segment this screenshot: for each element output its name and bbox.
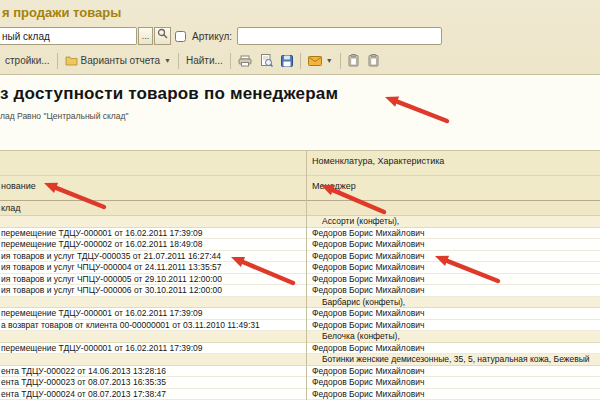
manager-cell: Федоров Борис Михайлович <box>312 228 424 239</box>
search-icon <box>157 28 168 39</box>
data-table: Номенклатура, Характеристика нование Мен… <box>0 150 600 400</box>
toolbar-separator <box>178 53 179 69</box>
window-chrome: я продажи товары ... Артикул: стройки...… <box>0 0 600 75</box>
document-cell: ента ТДЦУ-000022 от 14.06.2013 13:28:16 <box>1 366 166 377</box>
clipboard-icon <box>348 54 360 67</box>
artikul-checkbox[interactable] <box>175 31 186 42</box>
manager-header-cell[interactable]: Менеджер <box>312 181 356 191</box>
artikul-label: Артикул: <box>192 31 232 42</box>
table-row[interactable]: ента ТДЦУ-000022 от 14.06.2013 13:28:16Ф… <box>0 366 600 378</box>
table-row[interactable]: ия товаров и услуг ЧПЦУ-000004 от 24.11.… <box>0 262 600 274</box>
document-cell: ента ТДЦУ-000024 от 08.07.2013 17:38:47 <box>1 389 166 400</box>
table-row[interactable]: а возврат товаров от клиента 00-00000001… <box>0 320 600 332</box>
mail-icon <box>308 56 322 66</box>
nomenclature-cell: Ботинки женские демисезонные, 35, 5, нат… <box>322 354 590 365</box>
clipboard-button-1[interactable] <box>344 52 364 69</box>
manager-cell: Федоров Борис Михайлович <box>312 343 424 354</box>
nomenclature-cell: Барбарис (конфеты), <box>322 297 405 308</box>
nomenclature-group-row[interactable]: Белочка (конфеты), <box>0 331 600 343</box>
artikul-input[interactable] <box>237 27 442 45</box>
report-variants-button[interactable]: Варианты отчета ▼ <box>61 53 175 68</box>
nomenclature-group-row[interactable]: Ассорти (конфеты), <box>0 216 600 228</box>
warehouse-group-row[interactable]: клад <box>0 201 600 216</box>
table-row[interactable]: ия товаров и услуг ЧПЦУ-000005 от 29.10.… <box>0 274 600 286</box>
document-cell: ия товаров и услуг ЧПЦУ-000006 от 30.10.… <box>1 285 222 296</box>
table-row[interactable]: перемещение ТДЦУ-000001 от 16.02.2011 17… <box>0 308 600 320</box>
nomenclature-cell: Белочка (конфеты), <box>322 331 400 342</box>
document-cell: ия товаров и услуг ТДЦУ-000035 от 21.07.… <box>1 251 221 262</box>
nomenclature-group-row[interactable]: Ботинки женские демисезонные, 35, 5, нат… <box>0 354 600 366</box>
document-cell: ия товаров и услуг ЧПЦУ-000004 от 24.11.… <box>1 262 221 273</box>
clipboard-icon <box>368 54 380 67</box>
folder-icon <box>65 55 78 66</box>
report-filter-line: лад Равно "Центральный склад" <box>0 111 129 121</box>
manager-cell: Федоров Борис Михайлович <box>312 274 424 285</box>
manager-cell: Федоров Борис Михайлович <box>312 285 424 296</box>
document-cell: а возврат товаров от клиента 00-00000001… <box>1 320 260 331</box>
document-cell: перемещение ТДЦУ-000001 от 16.02.2011 17… <box>1 308 203 319</box>
manager-cell: Федоров Борис Михайлович <box>312 239 424 250</box>
nomenclature-header-cell[interactable]: Номенклатура, Характеристика <box>312 156 444 166</box>
chevron-down-icon: ▼ <box>326 57 333 64</box>
document-cell: перемещение ТДЦУ-000001 от 16.02.2011 17… <box>1 343 203 354</box>
manager-cell: Федоров Борис Михайлович <box>312 251 424 262</box>
mail-button[interactable]: ▼ <box>304 54 337 68</box>
preview-button[interactable] <box>256 52 277 69</box>
table-row[interactable]: ия товаров и услуг ЧПЦУ-000006 от 30.10.… <box>0 285 600 297</box>
toolbar-separator <box>57 53 58 69</box>
name-header-cell[interactable]: нование <box>1 181 36 191</box>
column-divider <box>306 151 307 400</box>
header-row-2: нование Менеджер <box>0 176 600 201</box>
combo-search-button[interactable] <box>154 27 171 45</box>
toolbar-separator <box>340 53 341 69</box>
printer-icon <box>238 55 252 67</box>
annotation-arrow <box>385 97 447 121</box>
window-title: я продажи товары <box>2 5 121 20</box>
table-row[interactable]: перемещение ТДЦУ-000001 от 16.02.2011 17… <box>0 343 600 355</box>
report-toolbar: стройки... Варианты отчета ▼ Найти... <box>1 50 384 71</box>
document-cell: ия товаров и услуг ЧПЦУ-000005 от 29.10.… <box>1 274 222 285</box>
toolbar-separator <box>230 53 231 69</box>
manager-cell: Федоров Борис Михайлович <box>312 308 424 319</box>
report-title: з доступности товаров по менеджерам <box>0 84 338 104</box>
table-row[interactable]: перемещение ТДЦУ-000002 от 16.02.2011 18… <box>0 239 600 251</box>
document-cell: перемещение ТДЦУ-000002 от 16.02.2011 18… <box>1 239 203 250</box>
chevron-down-icon: ▼ <box>164 57 171 64</box>
print-button[interactable] <box>234 53 256 69</box>
find-button[interactable]: Найти... <box>182 53 227 68</box>
manager-cell: Федоров Борис Михайлович <box>312 389 424 400</box>
clipboard-button-2[interactable] <box>364 52 384 69</box>
nomenclature-cell: Ассорти (конфеты), <box>322 216 399 227</box>
manager-cell: Федоров Борис Михайлович <box>312 320 424 331</box>
manager-cell: Федоров Борис Михайлович <box>312 262 424 273</box>
settings-button[interactable]: стройки... <box>1 53 54 68</box>
document-cell: ента ТДЦУ-000023 от 08.07.2013 16:35:35 <box>1 377 166 388</box>
nomenclature-group-row[interactable]: Барбарис (конфеты), <box>0 297 600 309</box>
table-row[interactable]: перемещение ТДЦУ-000001 от 16.02.2011 17… <box>0 228 600 240</box>
combo-ellipsis-button[interactable]: ... <box>138 27 153 45</box>
table-row[interactable]: ента ТДЦУ-000023 от 08.07.2013 16:35:35Ф… <box>0 377 600 389</box>
table-rows: Ассорти (конфеты),перемещение ТДЦУ-00000… <box>0 216 600 400</box>
toolbar-separator <box>300 53 301 69</box>
save-icon <box>281 55 293 67</box>
manager-cell: Федоров Борис Михайлович <box>312 366 424 377</box>
save-button[interactable] <box>277 53 297 69</box>
warehouse-combo-input[interactable] <box>0 27 137 45</box>
table-row[interactable]: ия товаров и услуг ТДЦУ-000035 от 21.07.… <box>0 251 600 263</box>
table-row[interactable]: ента ТДЦУ-000024 от 08.07.2013 17:38:47Ф… <box>0 389 600 400</box>
header-row-1: Номенклатура, Характеристика <box>0 151 600 176</box>
manager-cell: Федоров Борис Михайлович <box>312 377 424 388</box>
preview-icon <box>260 54 273 67</box>
document-cell: перемещение ТДЦУ-000001 от 16.02.2011 17… <box>1 228 203 239</box>
